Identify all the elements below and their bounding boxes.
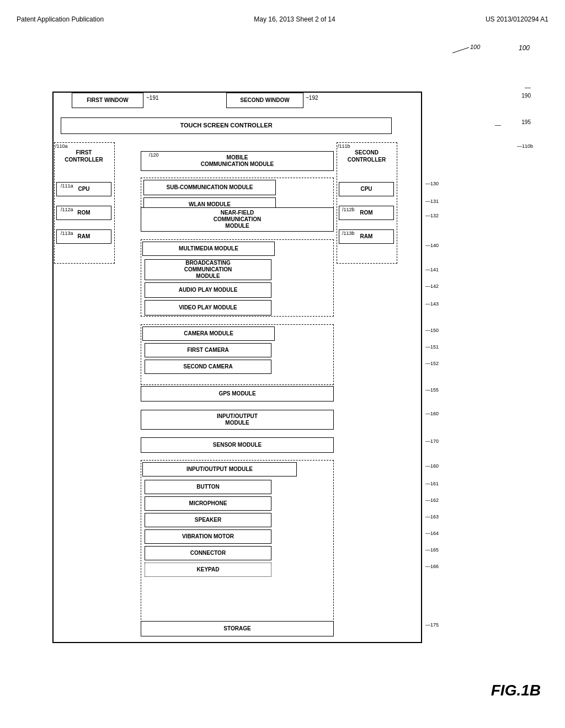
sensor-box: SENSOR MODULE: [141, 437, 334, 453]
fig-label: FIG.1B: [491, 682, 541, 699]
multimedia-box: MULTIMEDIA MODULE: [142, 242, 275, 256]
ref-112b: /112b: [342, 207, 355, 212]
camera-module-box: CAMERA MODULE: [142, 326, 275, 341]
ref-113a: /113a: [61, 231, 73, 236]
page: Patent Application Publication May 16, 2…: [0, 0, 565, 728]
second-controller-label: SECONDCONTROLLER: [338, 149, 396, 163]
storage-box: STORAGE: [141, 621, 334, 636]
ref-110a: /110a: [55, 143, 68, 149]
ref-100: 100: [519, 44, 530, 52]
ref-130: —130: [425, 181, 439, 186]
ref-163: —163: [425, 514, 439, 520]
ref-131: —131: [425, 199, 439, 204]
ref-160a: —160: [425, 411, 439, 416]
ref-190: 190: [521, 93, 531, 99]
ref-111a: /111a: [61, 183, 73, 189]
ref-113b: /113b: [342, 231, 355, 236]
io-module-1-box: INPUT/OUTPUT MODULE: [141, 410, 334, 430]
video-play-box: VIDEO PLAY MODULE: [145, 300, 271, 315]
vibration-box: VIBRATION MOTOR: [145, 529, 271, 544]
ref-161: —161: [425, 481, 439, 486]
mobile-comm-box: MOBILE COMMUNICATION MODULE: [141, 151, 334, 171]
page-header: Patent Application Publication May 16, 2…: [17, 11, 548, 32]
ref-111b-area: /111b: [338, 143, 350, 149]
ref-170: —170: [425, 438, 439, 444]
ref-141: —141: [425, 267, 439, 272]
sub-comm-box: SUB-COMMUNICATION MODULE: [143, 180, 276, 195]
ref-175: —175: [425, 622, 439, 628]
header-publication: Patent Application Publication: [17, 15, 104, 23]
header-date-sheet: May 16, 2013 Sheet 2 of 14: [254, 15, 335, 23]
first-controller-label: FIRSTCONTROLLER: [56, 149, 111, 163]
second-camera-box: SECOND CAMERA: [145, 360, 271, 374]
first-window-box: FIRST WINDOW: [72, 93, 143, 108]
ref-120: /120: [149, 152, 159, 158]
connector-box: CONNECTOR: [145, 546, 271, 560]
ref-195: 195: [521, 119, 531, 125]
svg-text:100: 100: [470, 44, 481, 50]
first-camera-box: FIRST CAMERA: [145, 343, 271, 357]
cpu-right-box: CPU: [339, 182, 394, 196]
ref-192: ~192: [306, 95, 318, 101]
ref-110b: —110b: [517, 143, 533, 149]
ref-143: —143: [425, 301, 439, 307]
ref-142: —142: [425, 283, 439, 289]
svg-line-4: [452, 47, 469, 53]
near-field-box: NEAR-FIELD COMMUNICATION MODULE: [141, 207, 334, 232]
ref-160b: —160: [425, 463, 439, 469]
ref-132: —132: [425, 213, 439, 218]
audio-play-box: AUDIO PLAY MODULE: [145, 282, 271, 298]
broadcasting-box: BROADCASTING COMMUNICATION MODULE: [145, 259, 271, 280]
ref-195-dash: —: [495, 121, 501, 128]
microphone-box: MICROPHONE: [145, 496, 271, 511]
ref-112a: /112a: [61, 207, 73, 212]
diagram-area: 100: [17, 43, 546, 705]
ref-191: ~191: [146, 95, 159, 101]
ref-150: —150: [425, 328, 439, 333]
keypad-box: KEYPAD: [145, 563, 271, 577]
speaker-box: SPEAKER: [145, 513, 271, 527]
ref-155: —155: [425, 387, 439, 393]
header-patent-number: US 2013/0120294 A1: [486, 15, 548, 23]
gps-box: GPS MODULE: [141, 386, 334, 402]
io-module-2-box: INPUT/OUTPUT MODULE: [142, 462, 297, 477]
button-box: BUTTON: [145, 480, 271, 494]
second-window-box: SECOND WINDOW: [226, 93, 303, 108]
ref-166: —166: [425, 564, 439, 569]
ref-164: —164: [425, 531, 439, 536]
ref-190-dash: —: [525, 84, 531, 90]
ref-152: —152: [425, 361, 439, 366]
touch-screen-controller-box: TOUCH SCREEN CONTROLLER: [61, 117, 392, 134]
ref-151: —151: [425, 344, 439, 350]
ref-165: —165: [425, 547, 439, 553]
ref-140: —140: [425, 243, 439, 248]
ref-162: —162: [425, 497, 439, 503]
